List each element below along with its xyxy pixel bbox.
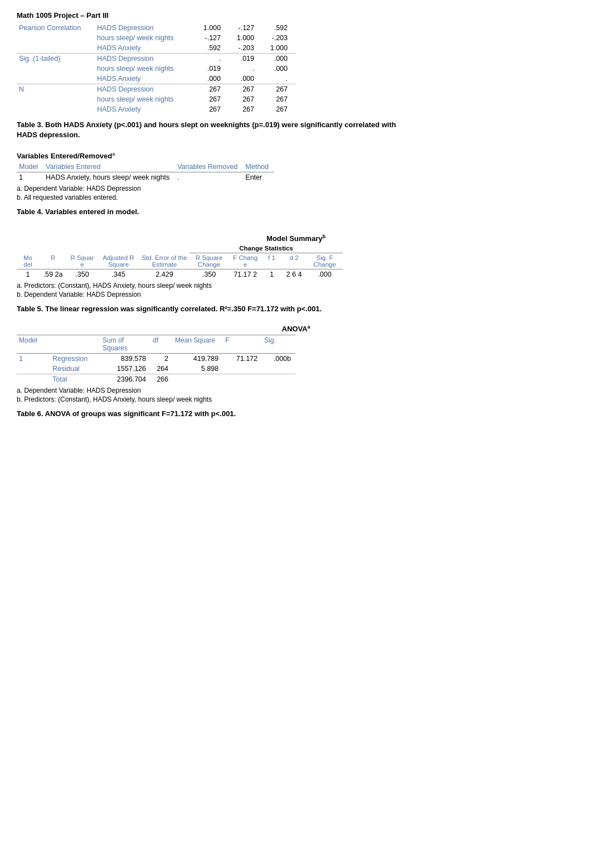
model-summary-col-header: R xyxy=(39,253,67,269)
model-summary-cell: .350 xyxy=(67,269,98,280)
model-summary-cell: .000 xyxy=(307,269,343,280)
corr-sub-label: HADS Anxiety xyxy=(95,74,195,84)
corr-value: .000 xyxy=(262,64,295,74)
model-summary-header-empty xyxy=(17,244,190,253)
anova-cell xyxy=(17,364,50,374)
corr-value: -.203 xyxy=(229,43,262,54)
vars-cell: Enter xyxy=(243,172,274,182)
model-summary-table: Change StatisticsMo delRR Squar eAdjuste… xyxy=(17,244,343,279)
vars-table: ModelVariables EnteredVariables RemovedM… xyxy=(17,162,274,182)
anova-col-header: df xyxy=(151,335,173,353)
model-summary-cell: .59 2a xyxy=(39,269,67,280)
vars-caption: Table 4. Variables entered in model. xyxy=(17,207,407,217)
anova-cell: 1557.126 xyxy=(100,364,151,374)
corr-row-label xyxy=(17,64,95,74)
model-summary-col-header: F Chang e xyxy=(229,253,262,269)
anova-cell: .000b xyxy=(262,353,295,364)
anova-col-header: Mean Square xyxy=(173,335,223,353)
model-summary-cell: .345 xyxy=(98,269,139,280)
corr-value: 1.000 xyxy=(262,43,295,54)
corr-sub-label: hours sleep/ week nights xyxy=(95,94,195,104)
anova-cell: 266 xyxy=(151,374,173,384)
correlation-section: Pearson CorrelationHADS Depression1.000-… xyxy=(17,23,575,140)
corr-sub-label: HADS Anxiety xyxy=(95,43,195,54)
corr-value: .592 xyxy=(262,23,295,33)
corr-row-label xyxy=(17,104,95,114)
vars-note: b. All requested variables entered. xyxy=(17,194,575,201)
corr-value: 267 xyxy=(262,104,295,114)
corr-value: 267 xyxy=(262,94,295,104)
anova-cell xyxy=(262,364,295,374)
project-title: Math 1005 Project – Part III xyxy=(17,11,575,20)
corr-row-label xyxy=(17,43,95,54)
model-summary-section: Model Summaryb Change StatisticsMo delRR… xyxy=(17,234,575,315)
anova-title: ANOVA xyxy=(282,325,308,334)
anova-col-header xyxy=(50,335,100,353)
model-summary-notes: a. Predictors: (Constant), HADS Anxiety,… xyxy=(17,282,575,298)
anova-cell: 264 xyxy=(151,364,173,374)
correlation-table: Pearson CorrelationHADS Depression1.000-… xyxy=(17,23,295,114)
model-summary-cell: 2 6 4 xyxy=(282,269,307,280)
corr-value: -.127 xyxy=(195,33,229,43)
anova-cell xyxy=(173,374,223,384)
anova-cell xyxy=(262,374,295,384)
corr-value: 1.000 xyxy=(195,23,229,33)
vars-header: Model xyxy=(17,162,43,172)
vars-cell: 1 xyxy=(17,172,43,182)
corr-value: .000 xyxy=(262,54,295,64)
model-summary-cell: 71.17 2 xyxy=(229,269,262,280)
vars-header: Method xyxy=(243,162,274,172)
model-summary-col-header: Std. Error of the Estimate xyxy=(139,253,190,269)
anova-title-sup: a xyxy=(307,324,310,330)
corr-value: 267 xyxy=(229,94,262,104)
anova-cell xyxy=(223,374,262,384)
corr-value: .019 xyxy=(229,54,262,64)
corr-sub-label: hours sleep/ week nights xyxy=(95,64,195,74)
corr-value: 267 xyxy=(262,84,295,95)
vars-cell: . xyxy=(175,172,243,182)
anova-note: a. Dependent Variable: HADS Depression xyxy=(17,387,575,394)
corr-value: 267 xyxy=(195,84,229,95)
vars-notes: a. Dependent Variable: HADS Depressionb.… xyxy=(17,185,575,201)
model-summary-cell: 2.429 xyxy=(139,269,190,280)
model-summary-col-header: R Squar e xyxy=(67,253,98,269)
corr-row-label: N xyxy=(17,84,95,95)
model-summary-cell: 1 xyxy=(17,269,39,280)
corr-row-label: Sig. (1-tailed) xyxy=(17,54,95,64)
anova-table: ModelSum of SquaresdfMean SquareFSig.1Re… xyxy=(17,335,295,384)
anova-notes: a. Dependent Variable: HADS Depressionb.… xyxy=(17,387,575,403)
anova-cell: 5.898 xyxy=(173,364,223,374)
anova-col-header: Sum of Squares xyxy=(100,335,151,353)
corr-value: .000 xyxy=(195,74,229,84)
anova-note: b. Predictors: (Constant), HADS Anxiety,… xyxy=(17,396,575,403)
corr-value: 1.000 xyxy=(229,33,262,43)
corr-sub-label: HADS Depression xyxy=(95,54,195,64)
model-summary-col-header: Mo del xyxy=(17,253,39,269)
corr-sub-label: HADS Anxiety xyxy=(95,104,195,114)
anova-cell: 839.578 xyxy=(100,353,151,364)
corr-value: .019 xyxy=(195,64,229,74)
anova-col-header: F xyxy=(223,335,262,353)
vars-header: Variables Entered xyxy=(43,162,175,172)
anova-section: ANOVAa ModelSum of SquaresdfMean SquareF… xyxy=(17,324,575,419)
vars-title: Variables Entered/Removed xyxy=(17,152,112,161)
corr-value: .592 xyxy=(195,43,229,54)
vars-title-sup: a xyxy=(112,151,115,157)
vars-note: a. Dependent Variable: HADS Depression xyxy=(17,185,575,192)
model-summary-cell: 1 xyxy=(262,269,282,280)
model-summary-col-header: Sig. F Change xyxy=(307,253,343,269)
anova-caption: Table 6. ANOVA of groups was significant… xyxy=(17,409,407,419)
vars-cell: HADS Anxiety, hours sleep/ week nights xyxy=(43,172,175,182)
corr-sub-label: hours sleep/ week nights xyxy=(95,33,195,43)
corr-value: . xyxy=(195,54,229,64)
model-summary-caption: Table 5. The linear regression was signi… xyxy=(17,304,407,314)
anova-cell: 2396.704 xyxy=(100,374,151,384)
corr-row-label xyxy=(17,94,95,104)
corr-caption: Table 3. Both HADS Anxiety (p<.001) and … xyxy=(17,120,407,140)
corr-value: . xyxy=(229,64,262,74)
corr-value: 267 xyxy=(229,104,262,114)
anova-cell: Total xyxy=(50,374,100,384)
anova-cell: Regression xyxy=(50,353,100,364)
corr-value: 267 xyxy=(195,104,229,114)
corr-value: -.203 xyxy=(262,33,295,43)
